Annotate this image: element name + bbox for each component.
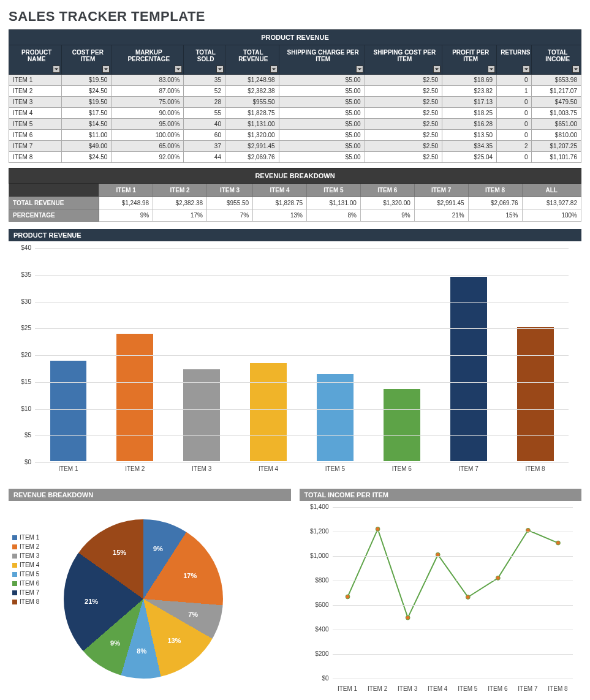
x-tick-label: ITEM 5 <box>458 685 477 692</box>
cell: 1 <box>497 86 532 97</box>
cell: $1,248.98 <box>99 197 153 209</box>
legend-item: ITEM 3 <box>12 552 39 559</box>
cell: $24.50 <box>62 152 112 163</box>
table-row: ITEM 2$24.5087.00%52$2,382.38$5.00$2.50$… <box>9 86 581 97</box>
y-tick-label: $1,200 <box>300 528 329 535</box>
col-header-3: TOTAL SOLD <box>184 45 225 75</box>
cell: $1,828.75 <box>253 197 307 209</box>
cell: $1,320.00 <box>360 197 414 209</box>
cell: $2.50 <box>365 119 442 130</box>
filter-dropdown-icon[interactable] <box>175 66 182 73</box>
cell: $810.00 <box>532 130 581 141</box>
cell: 60 <box>184 130 225 141</box>
filter-dropdown-icon[interactable] <box>102 66 110 73</box>
bar <box>183 369 220 461</box>
legend-swatch <box>12 581 17 586</box>
cell: ITEM 2 <box>9 86 62 97</box>
col-header-8: RETURNS <box>497 45 532 75</box>
col-header: ITEM 7 <box>414 184 468 197</box>
gridline <box>333 581 573 581</box>
y-tick-label: $1,000 <box>300 552 329 559</box>
cell: 15% <box>468 209 522 222</box>
cell: $16.28 <box>442 119 497 130</box>
data-point <box>376 527 380 531</box>
gridline <box>35 382 569 383</box>
cell: 8% <box>307 209 361 222</box>
x-tick-label: ITEM 7 <box>518 685 537 692</box>
legend-swatch <box>12 544 17 549</box>
cell: ITEM 3 <box>9 97 62 108</box>
filter-dropdown-icon[interactable] <box>572 66 580 73</box>
gridline <box>35 435 569 436</box>
col-header-2: MARKUP PERCENTAGE <box>112 45 184 75</box>
bar-chart-body: ITEM 1ITEM 2ITEM 3ITEM 4ITEM 5ITEM 6ITEM… <box>9 241 581 480</box>
bar <box>384 389 420 461</box>
col-header-label: TOTAL SOLD <box>195 49 215 62</box>
page-title: SALES TRACKER TEMPLATE <box>9 9 581 24</box>
col-header: ALL <box>522 184 581 197</box>
gridline <box>35 248 569 249</box>
line-chart-panel: TOTAL INCOME PER ITEM ITEM 1ITEM 2ITEM 3… <box>300 489 582 697</box>
cell: $25.04 <box>442 152 497 163</box>
cell: 87.00% <box>112 86 184 97</box>
row-header: TOTAL REVENUE <box>9 197 99 209</box>
gridline <box>333 630 573 630</box>
cell: 100% <box>522 209 581 222</box>
cell: $2,069.76 <box>225 152 279 163</box>
cell: $23.82 <box>442 86 497 97</box>
filter-dropdown-icon[interactable] <box>523 66 530 73</box>
legend-swatch <box>12 572 17 577</box>
cell: $1,003.75 <box>532 108 581 119</box>
legend-item: ITEM 4 <box>12 562 39 568</box>
breakdown-super-header: REVENUE BREAKDOWN <box>9 168 581 184</box>
x-tick-label: ITEM 5 <box>325 465 345 472</box>
table-row: TOTAL REVENUE$1,248.98$2,382.38$955.50$1… <box>9 197 581 209</box>
col-header: ITEM 6 <box>360 184 414 197</box>
filter-dropdown-icon[interactable] <box>216 66 224 73</box>
bar <box>450 277 487 461</box>
cell: $2,382.38 <box>225 86 279 97</box>
col-header: ITEM 4 <box>253 184 307 197</box>
col-header-label: COST PER ITEM <box>72 49 104 62</box>
product-revenue-table: PRODUCT REVENUE PRODUCT NAMECOST PER ITE… <box>9 29 581 163</box>
cell: 0 <box>497 97 532 108</box>
bar <box>317 374 354 461</box>
x-tick-label: ITEM 6 <box>392 465 412 472</box>
gridline <box>333 507 573 508</box>
cell: 0 <box>497 75 532 86</box>
cell: $2.50 <box>365 152 442 163</box>
cell: $19.50 <box>62 97 112 108</box>
filter-dropdown-icon[interactable] <box>433 66 441 73</box>
cell: $1,131.00 <box>307 197 361 209</box>
table-row: ITEM 4$17.5090.00%55$1,828.75$5.00$2.50$… <box>9 108 581 119</box>
cell: $2,991.45 <box>414 197 468 209</box>
cell: $2.50 <box>365 97 442 108</box>
filter-dropdown-icon[interactable] <box>270 66 278 73</box>
y-tick-label: $1,400 <box>300 503 329 510</box>
cell: $1,320.00 <box>225 130 279 141</box>
cell: $1,217.07 <box>532 86 581 97</box>
x-tick-label: ITEM 6 <box>488 685 507 692</box>
product-table-super-header: PRODUCT REVENUE <box>9 30 581 45</box>
cell: 37 <box>184 141 225 152</box>
gridline <box>35 409 569 410</box>
filter-dropdown-icon[interactable] <box>356 66 363 73</box>
filter-dropdown-icon[interactable] <box>488 66 495 73</box>
table-row: ITEM 1$19.5083.00%35$1,248.98$5.00$2.50$… <box>9 75 581 86</box>
cell: $5.00 <box>279 152 365 163</box>
y-tick-label: $15 <box>9 378 31 385</box>
y-tick-label: $20 <box>9 352 31 358</box>
table-row: ITEM 7$49.0065.00%37$2,991.45$5.00$2.50$… <box>9 141 581 152</box>
data-point <box>466 595 470 600</box>
legend-swatch <box>12 590 17 595</box>
revenue-breakdown-table: REVENUE BREAKDOWN ITEM 1ITEM 2ITEM 3ITEM… <box>9 168 581 222</box>
cell: $1,828.75 <box>225 108 279 119</box>
cell: 17% <box>153 209 207 222</box>
x-tick-label: ITEM 3 <box>192 465 211 472</box>
pie-slice-label: 9% <box>110 639 120 647</box>
cell: $1,131.00 <box>225 119 279 130</box>
filter-dropdown-icon[interactable] <box>53 66 60 73</box>
table-row: ITEM 8$24.5092.00%44$2,069.76$5.00$2.50$… <box>9 152 581 163</box>
legend-label: ITEM 2 <box>20 543 39 550</box>
y-tick-label: $10 <box>9 405 31 412</box>
